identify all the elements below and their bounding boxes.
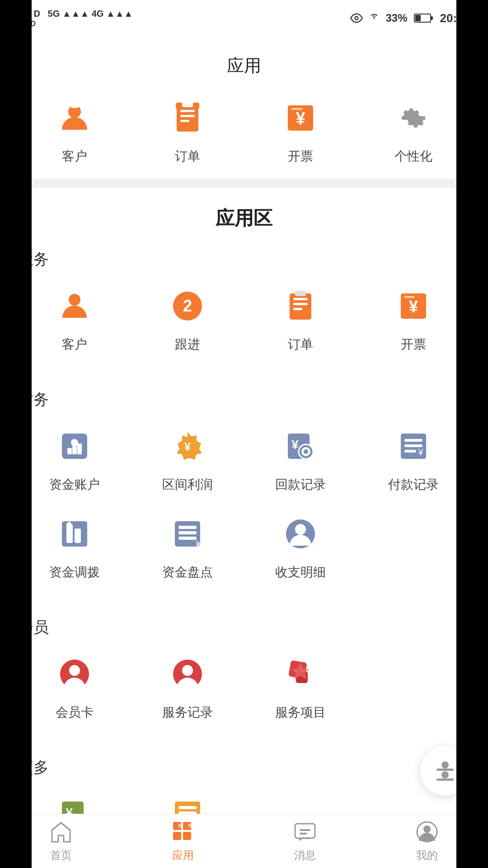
category-more-title: 更多 [18,757,470,778]
svg-rect-22 [295,291,306,296]
svg-rect-25 [404,296,414,298]
category-finance-title: 财务 [18,389,470,410]
top-app-order[interactable]: 订单 [165,95,210,165]
svg-point-72 [441,771,449,778]
svg-point-15 [69,294,80,306]
biz-invoice[interactable]: ¥ 开票 [357,283,470,353]
nav-apps[interactable]: 应用 [122,820,244,863]
svg-point-0 [355,17,358,20]
svg-rect-3 [415,15,421,21]
svg-rect-11 [182,102,193,107]
svg-rect-21 [293,308,302,310]
fin-payment-record-label: 回款记录 [275,476,326,493]
top-app-invoice-label: 开票 [288,148,313,165]
svg-text:¥: ¥ [418,447,423,457]
svg-rect-20 [293,303,308,305]
order-icon-top [165,95,210,141]
svg-rect-8 [180,115,195,117]
svg-rect-47 [178,526,197,529]
top-app-settings[interactable]: 个性化 [391,95,436,165]
settings-icon-top [391,95,436,141]
biz-invoice-icon: ¥ [391,283,436,329]
mem-service-item[interactable]: 服务项目 [244,651,357,721]
category-member-title: 会员 [18,617,470,638]
nav-apps-label: 应用 [172,848,194,863]
category-finance: 财务 资金账户 ¥ [18,389,470,599]
category-business: 业务 客户 2 跟进 [18,249,470,371]
biz-invoice-label: 开票 [401,336,426,353]
nav-message[interactable]: 消息 [244,820,366,863]
customer-icon-top [52,95,97,141]
mem-service-item-icon [278,651,323,697]
fin-payment-record[interactable]: ¥ 回款记录 [244,424,357,493]
biz-customer-icon [52,283,97,329]
fin-fund-transfer[interactable]: 资金调拨 [18,511,131,581]
svg-rect-5 [71,105,78,108]
svg-rect-14 [291,108,302,110]
fin-pay-record-label: 付款记录 [388,476,439,493]
top-app-order-label: 订单 [175,148,200,165]
svg-text:¥: ¥ [195,538,202,550]
fin-pay-record-icon: ¥ [391,424,436,469]
top-section-title: 应用 [0,54,488,77]
svg-rect-30 [77,443,82,454]
fin-fund-account-icon [52,424,97,469]
svg-rect-79 [188,824,192,827]
svg-rect-2 [431,16,433,20]
svg-rect-41 [404,450,416,453]
svg-text:2: 2 [183,297,192,315]
fin-pay-record[interactable]: ¥ 付款记录 [357,424,470,493]
fin-income-expense[interactable]: 收支明细 [244,511,357,581]
svg-rect-28 [67,448,72,454]
biz-order[interactable]: 订单 [244,283,357,353]
fin-profit-label: 区间利润 [162,476,213,493]
svg-point-56 [182,665,193,676]
nav-message-icon [293,820,317,845]
nav-profile-icon [415,820,439,845]
category-member: 会员 会员卡 [18,617,470,739]
top-apps-grid: 客户 订单 ¥ [0,95,488,165]
biz-follow-icon: 2 [165,283,210,329]
biz-follow-label: 跟进 [175,336,200,353]
biz-customer-label: 客户 [62,336,87,353]
fin-income-expense-label: 收支明细 [275,564,326,581]
fin-fund-check[interactable]: ¥ 资金盘点 [131,511,244,581]
biz-follow[interactable]: 2 跟进 [131,283,244,353]
svg-rect-29 [72,446,77,454]
right-border [456,0,488,868]
fin-fund-account[interactable]: 资金账户 [18,424,131,493]
status-network: HD D 5G ▲▲▲ 4G ▲▲▲ HD D [18,9,133,28]
svg-rect-73 [436,778,454,781]
mem-service-item-label: 服务项目 [275,704,326,721]
top-app-settings-label: 个性化 [394,148,432,165]
svg-rect-9 [180,120,189,122]
svg-rect-77 [183,832,191,840]
left-border [0,0,32,868]
nav-home-icon [49,820,73,845]
section-divider [0,179,488,188]
svg-text:¥: ¥ [296,109,305,128]
svg-rect-44 [66,525,73,543]
top-apps-section: 应用 客户 [0,36,488,179]
fin-payment-record-icon: ¥ [278,424,323,469]
svg-text:¥: ¥ [291,438,299,452]
svg-text:¥: ¥ [409,297,418,316]
mem-card-icon [52,651,97,697]
status-bar: HD D 5G ▲▲▲ 4G ▲▲▲ HD D 33% 20:08 [0,0,488,36]
top-app-customer[interactable]: 客户 [52,95,97,165]
biz-customer[interactable]: 客户 [18,283,131,353]
top-app-invoice[interactable]: ¥ 开票 [278,95,323,165]
top-app-customer-label: 客户 [62,148,87,165]
biz-order-icon [278,283,323,329]
svg-rect-76 [173,832,181,840]
fin-fund-transfer-icon [52,511,97,557]
nav-home-label: 首页 [50,848,72,863]
svg-rect-81 [300,829,310,831]
biz-order-label: 订单 [288,336,313,353]
svg-rect-39 [404,439,422,442]
mem-service-record-label: 服务记录 [162,704,213,721]
svg-point-52 [295,524,306,535]
fin-profit[interactable]: ¥ 区间利润 [131,424,244,493]
mem-card[interactable]: 会员卡 [18,651,131,721]
mem-service-record[interactable]: 服务记录 [131,651,244,721]
